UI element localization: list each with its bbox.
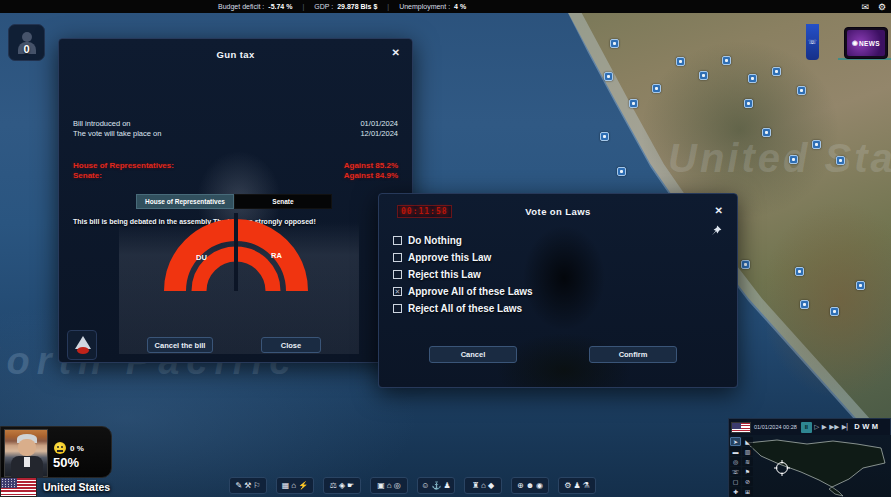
stat-label: Budget deficit : <box>218 3 264 10</box>
toolbar-group-industry[interactable]: ▦⌂⚡ <box>276 477 314 494</box>
senate-result-row: Senate: Against 84.9% <box>73 171 398 181</box>
map-marker[interactable] <box>836 156 845 165</box>
map-marker[interactable] <box>741 260 750 269</box>
close-button[interactable]: Close <box>261 337 321 353</box>
map-mode-icon-4[interactable]: ◎ <box>730 457 741 466</box>
checkbox[interactable]: ✕ <box>393 287 402 296</box>
chamber-results: House of Representatives: Against 85.2% … <box>73 161 398 181</box>
map-marker[interactable] <box>629 99 638 108</box>
map-marker[interactable] <box>722 56 731 65</box>
map-marker[interactable] <box>610 39 619 48</box>
bill-info-rows: Bill introduced on 01/01/2024 The vote w… <box>73 119 398 139</box>
map-marker[interactable] <box>676 57 685 66</box>
option-label: Approve All of these Laws <box>408 286 533 297</box>
toolbar-group-society[interactable]: ☺⚓♟ <box>417 477 455 494</box>
time-play-button[interactable]: ▶ <box>822 422 827 432</box>
stat-budget-deficit: Budget deficit : -5.74 % <box>218 3 292 10</box>
map-mode-icon-2[interactable]: ▬ <box>730 447 741 456</box>
map-marker[interactable] <box>797 86 806 95</box>
time-day-button[interactable]: D <box>854 422 859 432</box>
toolbar-group-policies[interactable]: ✎⚒⚐ <box>229 477 267 494</box>
option-reject-all-laws[interactable]: Reject All of these Laws <box>393 300 533 317</box>
advisors-button[interactable]: 0 <box>8 24 45 61</box>
stat-label: GDP : <box>314 3 333 10</box>
finance-icon: ♜ <box>472 482 479 490</box>
toolbar-group-diplomacy[interactable]: ⊕☻◉ <box>511 477 549 494</box>
map-marker[interactable] <box>812 140 821 149</box>
option-label: Reject All of these Laws <box>408 303 522 314</box>
time-fast-forward-button[interactable]: ▶▶ <box>829 422 839 432</box>
confirm-button[interactable]: Confirm <box>589 346 677 363</box>
toolbar-group-research[interactable]: ⚙♟⚗ <box>558 477 596 494</box>
assembly-logo-button[interactable] <box>67 330 97 360</box>
map-marker[interactable] <box>744 99 753 108</box>
game-date-time: 01/01/2024 00:28 <box>754 424 797 430</box>
option-label: Do Nothing <box>408 235 462 246</box>
stat-unemployment: Unemployment : 4 % <box>399 3 466 10</box>
map-marker[interactable] <box>617 167 626 176</box>
map-marker[interactable] <box>762 128 771 137</box>
time-month-button[interactable]: M <box>872 422 878 432</box>
time-week-button[interactable]: W <box>862 422 869 432</box>
close-icon[interactable]: ✕ <box>392 48 400 58</box>
pin-icon[interactable] <box>711 222 722 240</box>
time-control-bar: 01/01/2024 00:28 II▷▶▶▶▶▏DWM <box>729 419 890 435</box>
map-marker[interactable] <box>748 74 757 83</box>
map-mode-icon-3[interactable]: ▥ <box>742 447 753 456</box>
option-approve-this-law[interactable]: Approve this Law <box>393 249 533 266</box>
checkbox[interactable] <box>393 236 402 245</box>
minimap-map[interactable] <box>729 435 891 497</box>
map-mode-icon-10[interactable]: ✚ <box>730 487 741 496</box>
mail-icon[interactable]: ✉ <box>861 2 869 12</box>
map-mode-icon-11[interactable]: ⊞ <box>742 487 753 496</box>
map-marker[interactable] <box>795 267 804 276</box>
map-mode-icon-9[interactable]: ⊘ <box>742 477 753 486</box>
map-marker[interactable] <box>600 132 609 141</box>
tab-house-of-representatives[interactable]: House of Representatives <box>136 194 234 209</box>
bill-introduced-label: Bill introduced on <box>73 119 131 129</box>
map-marker[interactable] <box>856 281 865 290</box>
option-approve-all-laws[interactable]: ✕ Approve All of these Laws <box>393 283 533 300</box>
society-icon: ⚓ <box>432 482 442 490</box>
toolbar-group-economy[interactable]: ▣⌂◎ <box>370 477 408 494</box>
cancel-button[interactable]: Cancel <box>429 346 517 363</box>
leader-portrait[interactable] <box>4 429 48 477</box>
map-mode-icon-5[interactable]: ≋ <box>742 457 753 466</box>
map-mode-icon-0[interactable]: ➤ <box>730 437 741 446</box>
finance-icon: ⌂ <box>481 482 486 490</box>
policies-icon: ✎ <box>235 482 242 490</box>
toolbar-group-justice[interactable]: ⚖◈☛ <box>323 477 361 494</box>
map-marker[interactable] <box>800 300 809 309</box>
close-icon[interactable]: ✕ <box>715 206 723 216</box>
gun-tax-dialog: Gun tax ✕ Bill introduced on 01/01/2024 … <box>58 38 413 363</box>
checkbox[interactable] <box>393 253 402 262</box>
dialog-title: Gun tax <box>59 49 412 60</box>
option-do-nothing[interactable]: Do Nothing <box>393 232 533 249</box>
map-marker[interactable] <box>830 307 839 316</box>
toolbar-group-finance[interactable]: ♜⌂◆ <box>464 477 502 494</box>
map-marker[interactable] <box>789 155 798 164</box>
map-mode-icon-8[interactable]: ▢ <box>730 477 741 486</box>
map-marker[interactable] <box>772 67 781 76</box>
map-marker[interactable] <box>604 72 613 81</box>
time-step-button[interactable]: ▶▏ <box>842 422 852 432</box>
map-marker[interactable] <box>652 84 661 93</box>
news-tv-button[interactable]: ◉ NEWS <box>844 27 888 59</box>
checkbox[interactable] <box>393 304 402 313</box>
us-flag-mini-icon[interactable] <box>731 422 751 433</box>
time-pause-button[interactable]: II <box>801 422 812 433</box>
tab-senate[interactable]: Senate <box>234 194 332 209</box>
map-mode-icon-7[interactable]: ⚑ <box>742 467 753 476</box>
chat-banner-button[interactable]: ☏ <box>806 24 819 60</box>
gear-icon[interactable]: ⚙ <box>878 2 886 12</box>
option-reject-this-law[interactable]: Reject this Law <box>393 266 533 283</box>
map-mode-icon-6[interactable]: ☏ <box>730 467 741 476</box>
checkbox[interactable] <box>393 270 402 279</box>
time-play-slow-button[interactable]: ▷ <box>814 422 819 432</box>
industry-icon: ▦ <box>282 482 290 490</box>
policies-icon: ⚒ <box>244 482 251 490</box>
chamber-tabs: House of Representatives Senate <box>136 194 332 209</box>
map-mode-icon-1[interactable]: ◣ <box>742 437 753 446</box>
map-marker[interactable] <box>699 71 708 80</box>
cancel-the-bill-button[interactable]: Cancel the bill <box>147 337 213 353</box>
